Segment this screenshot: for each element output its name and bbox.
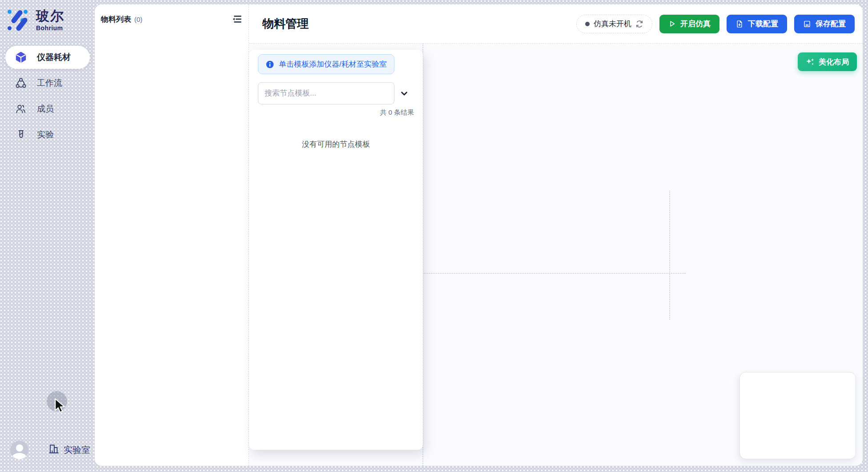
- lab-label: 实验室: [64, 444, 90, 456]
- sidebar-item-experiments[interactable]: 实验: [5, 123, 90, 146]
- template-search-input[interactable]: [258, 82, 394, 104]
- material-list-title: 物料列表: [101, 14, 131, 24]
- template-hint-text: 单击模板添加仪器/耗材至实验室: [279, 59, 387, 69]
- avatar[interactable]: [10, 441, 28, 459]
- download-config-button[interactable]: 下载配置: [727, 15, 787, 33]
- sidebar-item-label: 仪器耗材: [37, 52, 71, 63]
- material-list-count: (0): [134, 16, 142, 23]
- test-tube-icon: [15, 128, 27, 141]
- sidebar-nav: 仪器耗材 工作流 成员: [5, 46, 90, 146]
- minimap[interactable]: [739, 372, 856, 459]
- beautify-layout-label: 美化布局: [819, 57, 849, 67]
- simulation-status-pill[interactable]: 仿真未开机: [576, 15, 652, 33]
- collapse-panel-button[interactable]: [229, 12, 244, 27]
- result-count: 共 0 条结果: [258, 108, 414, 117]
- main-header: 物料管理 仿真未开机: [249, 4, 863, 44]
- refresh-icon[interactable]: [635, 20, 643, 28]
- brand: 玻尔 Bohrium: [7, 9, 64, 32]
- page-title: 物料管理: [262, 16, 309, 32]
- members-icon: [15, 103, 27, 115]
- download-config-label: 下载配置: [748, 19, 778, 29]
- cube-icon: [15, 51, 27, 64]
- template-search-row: [258, 82, 414, 104]
- save-icon: [803, 20, 811, 28]
- empty-templates-message: 没有可用的节点模板: [258, 139, 414, 149]
- sidebar-item-workflow[interactable]: 工作流: [5, 72, 90, 95]
- status-label: 仿真未开机: [594, 19, 631, 29]
- header-controls: 仿真未开机 开启仿真: [576, 15, 855, 33]
- save-config-label: 保存配置: [816, 19, 846, 29]
- bohrium-logo-icon: [7, 9, 30, 31]
- status-dot-icon: [585, 22, 590, 26]
- workflow-icon: [15, 77, 27, 89]
- brand-name: 玻尔: [36, 9, 64, 23]
- material-list-panel: 物料列表 (0): [95, 4, 249, 466]
- sidebar-footer: 实验室: [10, 441, 90, 459]
- sidebar-item-members[interactable]: 成员: [5, 97, 90, 120]
- file-download-icon: [735, 20, 743, 28]
- info-icon: [265, 60, 274, 69]
- sidebar-item-label: 实验: [37, 129, 54, 140]
- canvas-guide-horizontal: [422, 273, 686, 274]
- sparkles-icon: [806, 57, 815, 66]
- template-hint-banner: 单击模板添加仪器/耗材至实验室: [258, 54, 394, 74]
- sidebar-item-lab[interactable]: 实验室: [48, 443, 90, 457]
- start-simulation-label: 开启仿真: [680, 19, 711, 29]
- sidebar-item-label: 工作流: [37, 77, 62, 89]
- app-window: 物料列表 (0) 物料管理 仿真未开机: [95, 4, 863, 466]
- sidebar-item-label: 成员: [37, 103, 54, 115]
- sidebar-item-instruments[interactable]: 仪器耗材: [5, 46, 90, 69]
- beautify-layout-button[interactable]: 美化布局: [798, 52, 857, 71]
- material-list-header: 物料列表 (0): [95, 4, 249, 34]
- flow-canvas[interactable]: 单击模板添加仪器/耗材至实验室 共 0 条结果 没有可用的节点模板: [249, 44, 863, 466]
- play-icon: [668, 20, 676, 28]
- start-simulation-button[interactable]: 开启仿真: [659, 15, 719, 33]
- brand-subtitle: Bohrium: [36, 24, 64, 32]
- chevron-down-icon[interactable]: [394, 82, 414, 104]
- building-icon: [48, 443, 60, 457]
- sidebar: 玻尔 Bohrium 仪器耗材 工作流: [0, 0, 95, 472]
- main-area: 物料管理 仿真未开机: [249, 4, 863, 466]
- canvas-guide-vertical: [669, 191, 670, 320]
- template-panel: 单击模板添加仪器/耗材至实验室 共 0 条结果 没有可用的节点模板: [249, 50, 423, 450]
- save-config-button[interactable]: 保存配置: [794, 15, 855, 33]
